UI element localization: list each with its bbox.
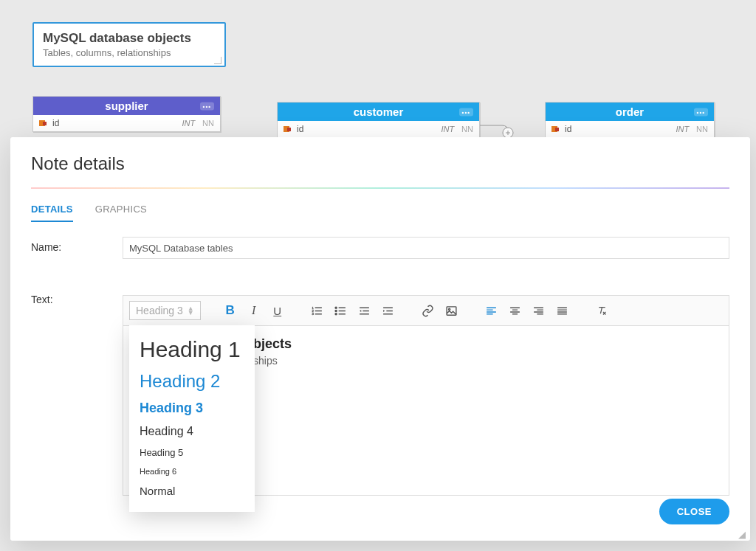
table-customer[interactable]: customer ••• id INT NN — [277, 102, 480, 138]
heading-option-normal[interactable]: Normal — [129, 480, 255, 502]
ellipsis-icon[interactable]: ••• — [694, 108, 708, 116]
heading-option-5[interactable]: Heading 5 — [129, 443, 255, 462]
table-header: customer ••• — [278, 103, 479, 121]
svg-point-6 — [335, 313, 337, 314]
heading-option-4[interactable]: Heading 4 — [129, 420, 255, 443]
heading-option-6[interactable]: Heading 6 — [129, 462, 255, 480]
close-button[interactable]: CLOSE — [659, 499, 729, 524]
align-right-button[interactable] — [529, 300, 549, 321]
note-card[interactable]: MySQL database objects Tables, columns, … — [32, 22, 226, 67]
align-left-button[interactable] — [481, 300, 502, 321]
table-order[interactable]: order ••• id INT NN — [545, 102, 715, 138]
clear-format-button[interactable] — [592, 300, 613, 321]
image-button[interactable] — [441, 300, 462, 321]
table-header: order ••• — [546, 103, 714, 121]
indent-button[interactable] — [378, 300, 399, 321]
heading-option-3[interactable]: Heading 3 — [129, 396, 255, 420]
outdent-button[interactable] — [354, 300, 375, 321]
unordered-list-button[interactable] — [331, 300, 351, 321]
label-text: Text: — [31, 289, 120, 526]
dialog-title: Note details — [10, 137, 750, 180]
svg-point-5 — [335, 310, 337, 311]
table-supplier[interactable]: supplier ••• id INT NN — [32, 96, 221, 132]
resize-handle-icon[interactable]: ◢ — [738, 529, 747, 538]
tab-details[interactable]: DETAILS — [31, 204, 73, 222]
bold-button[interactable]: B — [220, 300, 241, 321]
align-center-button[interactable] — [505, 300, 526, 321]
primary-key-icon — [284, 126, 292, 133]
divider — [31, 187, 729, 189]
tab-graphics[interactable]: GRAPHICS — [95, 204, 147, 222]
italic-button[interactable]: I — [244, 300, 264, 321]
table-row[interactable]: id INT NN — [33, 115, 220, 131]
note-title: MySQL database objects — [43, 31, 216, 46]
svg-point-4 — [335, 307, 337, 308]
ordered-list-button[interactable]: 123 — [307, 300, 328, 321]
heading-dropdown: Heading 1 Heading 2 Heading 3 Heading 4 … — [129, 325, 255, 512]
align-justify-button[interactable] — [552, 300, 573, 321]
name-input[interactable] — [123, 237, 729, 259]
editor-toolbar: Heading 3 ▲▼ B I U 123 — [123, 295, 729, 326]
note-subtitle: Tables, columns, relationships — [43, 47, 216, 58]
link-button[interactable] — [418, 300, 439, 321]
sort-icon: ▲▼ — [188, 306, 194, 315]
primary-key-icon — [39, 120, 48, 127]
tab-bar: DETAILS GRAPHICS — [10, 189, 750, 222]
underline-button[interactable]: U — [267, 300, 288, 321]
table-row[interactable]: id INT NN — [278, 121, 479, 137]
table-header: supplier ••• — [33, 97, 220, 115]
ellipsis-icon[interactable]: ••• — [459, 108, 473, 116]
svg-text:3: 3 — [312, 312, 315, 316]
heading-option-2[interactable]: Heading 2 — [129, 367, 255, 396]
label-name: Name: — [31, 237, 120, 289]
resize-corner-icon[interactable] — [214, 57, 221, 64]
style-dropdown[interactable]: Heading 3 ▲▼ — [129, 301, 201, 320]
note-details-dialog: Note details DETAILS GRAPHICS Name: Text… — [10, 137, 750, 541]
table-row[interactable]: id INT NN — [546, 121, 714, 137]
svg-point-8 — [449, 308, 450, 310]
ellipsis-icon[interactable]: ••• — [200, 102, 214, 110]
primary-key-icon — [551, 126, 560, 133]
heading-option-1[interactable]: Heading 1 — [129, 333, 255, 367]
